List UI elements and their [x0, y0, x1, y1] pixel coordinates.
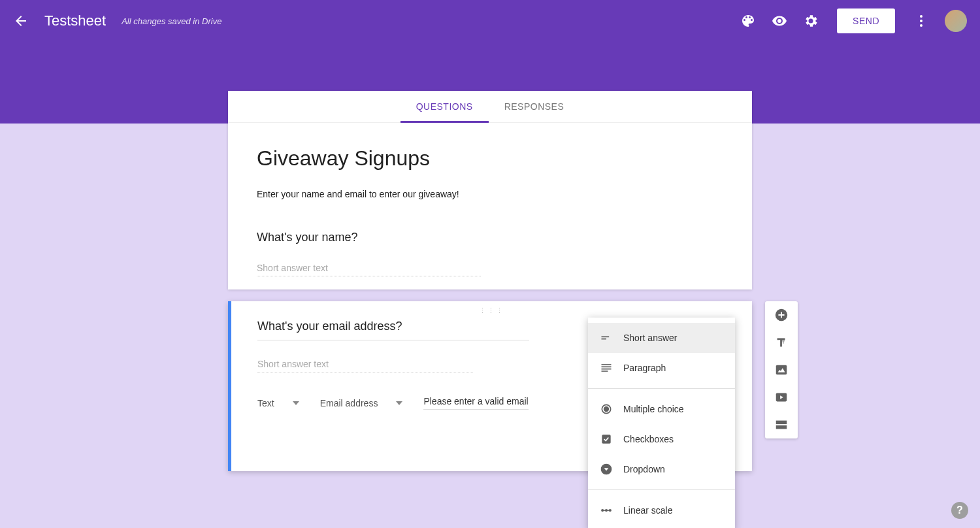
tab-row: QUESTIONS RESPONSES [228, 91, 752, 123]
form-title[interactable]: Giveaway Signups [257, 146, 723, 171]
paragraph-icon [600, 361, 613, 374]
svg-point-1 [920, 20, 923, 22]
validation-subtype-dropdown[interactable]: Email address [320, 398, 403, 408]
dd-checkboxes[interactable]: Checkboxes [588, 424, 735, 454]
checkbox-icon [600, 433, 613, 446]
add-title-icon[interactable] [774, 335, 789, 350]
dd-label: Dropdown [623, 464, 665, 474]
validation-type-value: Text [257, 398, 274, 408]
more-vert-icon[interactable] [913, 13, 929, 29]
preview-icon[interactable] [772, 13, 787, 29]
validation-error-input[interactable]: Please enter a valid email [423, 396, 528, 410]
short-answer-icon [600, 331, 613, 344]
validation-type-dropdown[interactable]: Text [257, 398, 299, 408]
svg-point-0 [920, 15, 923, 18]
svg-rect-4 [602, 337, 610, 338]
validation-subtype-value: Email address [320, 398, 378, 408]
help-icon[interactable]: ? [951, 502, 968, 519]
svg-rect-22 [776, 425, 787, 429]
add-question-icon[interactable] [774, 308, 789, 322]
chevron-down-icon [293, 401, 299, 405]
user-avatar[interactable] [945, 10, 967, 32]
dropdown-icon [600, 463, 613, 476]
svg-rect-17 [602, 510, 610, 511]
question-1-answer-placeholder: Short answer text [257, 263, 481, 276]
svg-rect-5 [602, 338, 607, 340]
dd-label: Linear scale [623, 505, 673, 516]
dd-multiple-choice[interactable]: Multiple choice [588, 394, 735, 424]
question-1-title[interactable]: What's your name? [257, 231, 723, 244]
question-2-answer-placeholder: Short answer text [257, 359, 473, 372]
dd-divider [588, 388, 735, 389]
form-description[interactable]: Enter your name and email to enter our g… [257, 189, 723, 199]
svg-point-11 [604, 407, 609, 412]
dd-linear-scale[interactable]: Linear scale [588, 495, 735, 525]
tab-questions[interactable]: QUESTIONS [400, 91, 489, 122]
dd-short-answer[interactable]: Short answer [588, 323, 735, 353]
chevron-down-icon [396, 401, 402, 405]
form-card: QUESTIONS RESPONSES Giveaway Signups Ent… [228, 91, 752, 289]
dd-label: Checkboxes [623, 434, 674, 444]
settings-icon[interactable] [803, 13, 819, 29]
tab-responses[interactable]: RESPONSES [489, 91, 580, 122]
svg-rect-12 [602, 435, 610, 443]
svg-rect-21 [776, 421, 787, 425]
add-section-icon[interactable] [774, 418, 789, 432]
dd-label: Multiple choice [623, 404, 684, 414]
palette-icon[interactable] [740, 13, 756, 29]
dd-dropdown[interactable]: Dropdown [588, 454, 735, 484]
add-video-icon[interactable] [774, 390, 789, 404]
dd-divider [588, 489, 735, 490]
save-status: All changes saved in Drive [122, 16, 221, 26]
document-title[interactable]: Testsheet [44, 12, 106, 29]
question-2-title[interactable]: What's your email address? [257, 320, 529, 340]
svg-rect-7 [602, 367, 612, 368]
svg-rect-6 [602, 364, 612, 365]
linear-scale-icon [600, 504, 613, 517]
radio-icon [600, 403, 613, 416]
send-button[interactable]: SEND [837, 8, 895, 33]
svg-point-2 [920, 24, 923, 27]
back-arrow-icon[interactable] [13, 13, 29, 29]
svg-rect-9 [602, 371, 608, 372]
svg-rect-8 [602, 369, 612, 370]
drag-handle-icon[interactable]: ⋮⋮⋮ [479, 306, 504, 315]
dd-label: Short answer [623, 333, 677, 343]
side-toolbar [765, 301, 798, 438]
dd-label: Paragraph [623, 363, 666, 373]
svg-rect-19 [776, 365, 787, 375]
question-type-dropdown: Short answer Paragraph Multiple choice C… [588, 318, 735, 528]
dd-paragraph[interactable]: Paragraph [588, 353, 735, 383]
add-image-icon[interactable] [774, 363, 789, 377]
